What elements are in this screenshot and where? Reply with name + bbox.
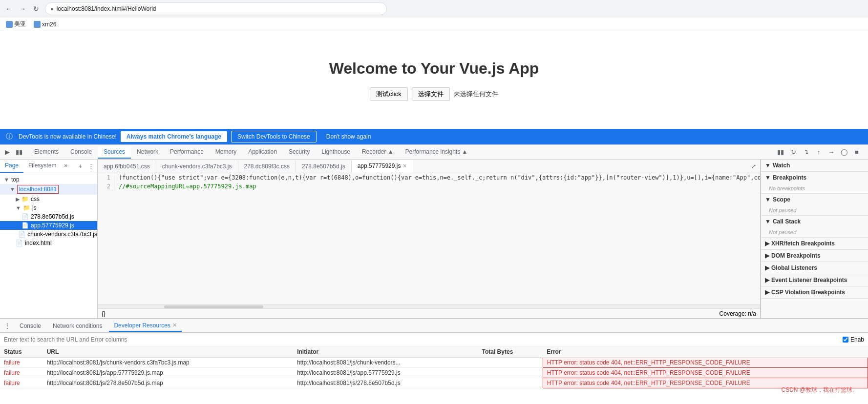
step-icon[interactable]: →: [826, 147, 837, 158]
back-button[interactable]: ←: [4, 4, 14, 14]
watch-header[interactable]: ▼ Watch: [761, 160, 868, 171]
bottom-tab-dev-resources[interactable]: Developer Resources ✕: [109, 320, 181, 332]
dom-arrow-icon: ▶: [765, 252, 769, 259]
close-dev-resources-icon[interactable]: ✕: [172, 322, 177, 328]
sources-nav-tabs: Page Filesystem » + ⋮: [0, 160, 97, 173]
tab-app-css[interactable]: app.6fbb0451.css: [98, 161, 156, 172]
event-listener-section: ▶ Event Listener Breakpoints: [761, 274, 868, 286]
sources-nav-actions: + ⋮: [75, 160, 97, 173]
tab-memory[interactable]: Memory: [210, 146, 242, 159]
xhr-section: ▶ XHR/fetch Breakpoints: [761, 238, 868, 250]
step-into-icon[interactable]: ↴: [801, 147, 811, 158]
tree-item-278-js[interactable]: 📄 278.8e507b5d.js: [0, 212, 97, 221]
tree-item-localhost[interactable]: ▼ localhost:8081: [0, 184, 97, 195]
switch-to-chinese-button[interactable]: Switch DevTools to Chinese: [231, 131, 317, 142]
tab-recorder[interactable]: Recorder ▲: [356, 146, 400, 159]
tab-sources[interactable]: Sources: [98, 146, 131, 159]
col-total-bytes: Total Bytes: [478, 346, 543, 358]
bp-arrow-icon: ▼: [765, 174, 771, 181]
step-over-icon[interactable]: ↻: [788, 147, 799, 158]
el-arrow-icon: ▶: [765, 277, 769, 283]
bookmark-meiying[interactable]: 美亚: [4, 19, 28, 29]
bottom-tab-options[interactable]: ⋮: [4, 322, 11, 330]
always-match-button[interactable]: Always match Chrome's language: [121, 131, 227, 142]
tab-security[interactable]: Security: [283, 146, 316, 159]
dom-header[interactable]: ▶ DOM Breakpoints: [761, 250, 868, 262]
col-error: Error: [543, 346, 868, 358]
tree-item-js[interactable]: ▼ 📁 js: [0, 203, 97, 212]
page-content: Welcome to Your Vue.js App 测试click 选择文件 …: [0, 31, 868, 129]
pause-icon[interactable]: ▮▮: [775, 147, 786, 158]
scope-header[interactable]: ▼ Scope: [761, 194, 868, 205]
info-icon: ⓘ: [6, 132, 13, 141]
sources-nav-new-tab[interactable]: +: [75, 161, 85, 172]
sources-tab-page[interactable]: Page: [0, 160, 23, 173]
forward-button[interactable]: →: [18, 4, 27, 14]
enable-checkbox[interactable]: [843, 337, 848, 343]
col-status: Status: [0, 346, 43, 358]
table-header-row: Status URL Initiator Total Bytes Error: [0, 346, 868, 358]
row-initiator: http://localhost:8081/js/278.8e507b5d.js: [293, 378, 478, 388]
tab-performance-insights[interactable]: Performance insights ▲: [400, 146, 474, 159]
coverage-bar: {} Coverage: n/a: [98, 308, 760, 318]
inspect-icon[interactable]: ▶: [2, 147, 13, 158]
col-url: URL: [43, 346, 294, 358]
refresh-button[interactable]: ↻: [31, 4, 41, 14]
row-bytes: [478, 368, 543, 378]
test-click-button[interactable]: 测试click: [370, 87, 407, 101]
dev-resources-search-input[interactable]: [4, 336, 843, 343]
tab-lighthouse[interactable]: Lighthouse: [316, 146, 356, 159]
close-tab-icon[interactable]: ✕: [402, 163, 407, 169]
csp-header[interactable]: ▶ CSP Violation Breakpoints: [761, 286, 868, 298]
tab-app-js-active[interactable]: app.57775929.js ✕: [352, 160, 414, 173]
global-listeners-header[interactable]: ▶ Global Listeners: [761, 262, 868, 274]
tab-console[interactable]: Console: [64, 146, 98, 159]
tab-network[interactable]: Network: [131, 146, 164, 159]
tree-item-css[interactable]: ▶ 📁 css: [0, 195, 97, 203]
bottom-tab-network-conditions[interactable]: Network conditions: [48, 321, 107, 331]
sources-file-tree: Page Filesystem » + ⋮ ▼ top ▼: [0, 160, 98, 318]
debugger-panel: ▼ Watch ▼ Breakpoints No breakpoints ▼ S…: [761, 160, 868, 318]
page-title: Welcome to Your Vue.js App: [329, 60, 539, 78]
tree-item-chunk-vendors-js[interactable]: 📄 chunk-vendors.c3fa7bc3.js: [0, 230, 97, 239]
enable-checkbox-wrap: Enab: [843, 336, 864, 343]
address-bar[interactable]: ● localhost:8081/index.html#/HelloWorld: [45, 2, 387, 15]
tab-chunk-vendors-js[interactable]: chunk-vendors.c3fa7bc3.js: [156, 161, 238, 172]
event-listener-header[interactable]: ▶ Event Listener Breakpoints: [761, 274, 868, 286]
editor-scrollbar[interactable]: [98, 304, 760, 308]
bracket-icon[interactable]: {}: [102, 310, 106, 317]
code-editor[interactable]: 1 (function(){"use strict";var e={3208:f…: [98, 173, 760, 304]
table-row: failure http://localhost:8081/js/app.577…: [0, 368, 868, 378]
tab-elements[interactable]: Elements: [28, 146, 64, 159]
tab-278-css[interactable]: 278.dc809f3c.css: [238, 161, 296, 172]
gl-arrow-icon: ▶: [765, 264, 769, 271]
deactivate-icon[interactable]: ◯: [839, 147, 849, 158]
folder-host-icon: ▼: [10, 186, 15, 192]
expand-icon[interactable]: ⤢: [749, 162, 758, 171]
dont-show-again-button[interactable]: Don't show again: [320, 131, 377, 142]
devtools-panel: ▶ ▮▮ Elements Console Sources Network Pe…: [0, 144, 868, 404]
bookmark-xm26[interactable]: xm26: [32, 20, 58, 29]
tree-item-index-html[interactable]: 📄 index.html: [0, 239, 97, 247]
breakpoints-header[interactable]: ▼ Breakpoints: [761, 172, 868, 183]
bookmarks-bar: 美亚 xm26: [0, 18, 868, 31]
tab-278-js[interactable]: 278.8e507b5d.js: [296, 161, 352, 172]
tree-item-top[interactable]: ▼ top: [0, 175, 97, 184]
csdn-watermark: CSDN @教球，我在打篮球。: [781, 386, 858, 394]
bottom-tab-console[interactable]: Console: [15, 321, 46, 331]
row-bytes: [478, 358, 543, 368]
tab-performance[interactable]: Performance: [164, 146, 210, 159]
url-text: localhost:8081/index.html#/HelloWorld: [57, 5, 156, 12]
tab-application[interactable]: Application: [242, 146, 283, 159]
sources-tab-filesystem[interactable]: Filesystem: [23, 160, 61, 173]
device-icon[interactable]: ▮▮: [14, 147, 24, 158]
tree-item-app-js[interactable]: 📄 app.57775929.js: [0, 221, 97, 230]
xhr-header[interactable]: ▶ XHR/fetch Breakpoints: [761, 238, 868, 249]
dev-resources-content: Enab Status URL Initiator Total Bytes Er…: [0, 333, 868, 404]
step-out-icon[interactable]: ↑: [813, 147, 824, 158]
callstack-header[interactable]: ▼ Call Stack: [761, 216, 868, 227]
stop-icon[interactable]: ■: [851, 147, 862, 158]
select-file-button[interactable]: 选择文件: [412, 87, 450, 101]
sources-nav-menu[interactable]: ⋮: [85, 161, 97, 172]
sources-nav-more[interactable]: »: [61, 160, 70, 173]
